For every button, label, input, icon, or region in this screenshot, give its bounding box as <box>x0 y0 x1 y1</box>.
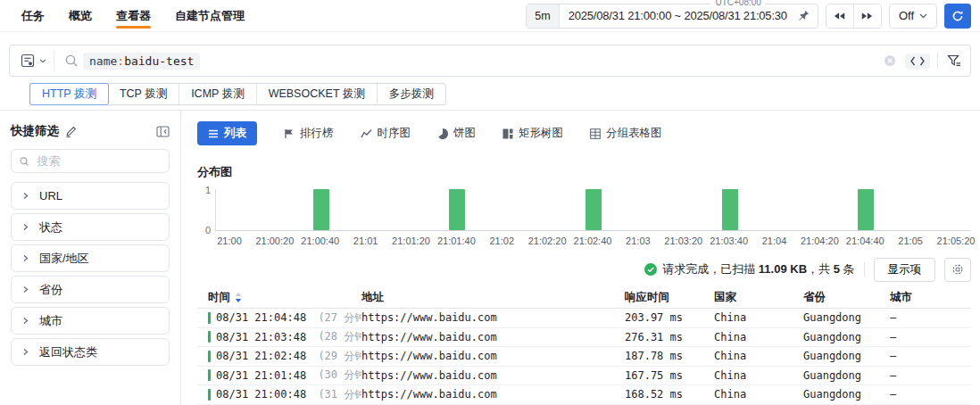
cell-province: Guangdong <box>803 311 890 324</box>
table-settings-button[interactable] <box>944 258 971 282</box>
search-bar[interactable]: name:baidu-test <box>9 45 971 77</box>
view-tab-时序图[interactable]: 时序图 <box>361 126 411 141</box>
facet-国家/地区[interactable]: 国家/地区 <box>11 244 170 272</box>
clear-query-button[interactable] <box>882 53 898 69</box>
view-tab-分组表格图[interactable]: 分组表格图 <box>590 126 662 141</box>
cell-time: 08/31 21:01:48 (30 分钟前) <box>197 368 361 383</box>
facet-label: URL <box>39 189 62 202</box>
probe-tab-TCP 拨测[interactable]: TCP 拨测 <box>108 84 179 104</box>
display-items-button[interactable]: 显示项 <box>874 258 936 282</box>
chart-bar[interactable] <box>449 189 465 230</box>
time-forward-button[interactable] <box>853 4 881 28</box>
x-tick: 21:02:20 <box>528 236 567 246</box>
cell-response-time: 168.52 ms <box>625 388 714 401</box>
ranking-icon <box>284 128 295 139</box>
column-header-地址[interactable]: 地址 <box>361 290 625 305</box>
query-token[interactable]: name:baidu-test <box>83 53 200 70</box>
time-step-badge[interactable]: 5m <box>527 4 559 28</box>
time-range-value[interactable]: 2025/08/31 21:00:00 ~ 2025/08/31 21:05:3… <box>560 9 796 22</box>
cell-country: China <box>714 311 803 324</box>
refresh-icon <box>951 10 964 22</box>
chart-bar[interactable] <box>858 189 874 230</box>
view-tab-排行榜[interactable]: 排行榜 <box>284 126 334 141</box>
x-tick: 21:03:40 <box>710 236 748 246</box>
chevron-right-icon <box>21 223 29 231</box>
list-icon <box>208 128 219 139</box>
status-indicator <box>208 312 211 324</box>
top-nav-item-自建节点管理[interactable]: 自建节点管理 <box>175 0 245 31</box>
sidebar-search[interactable] <box>11 149 170 173</box>
cell-country: China <box>714 350 803 362</box>
collapse-panel-icon[interactable] <box>156 126 170 137</box>
table-row[interactable]: 08/31 21:01:48 (30 分钟前)https://www.baidu… <box>197 367 971 386</box>
time-ago: (29 分钟前) <box>311 349 361 364</box>
table-row[interactable]: 08/31 21:02:48 (29 分钟前)https://www.baidu… <box>197 347 971 367</box>
probe-tab-HTTP 拨测[interactable]: HTTP 拨测 <box>29 83 109 105</box>
cell-time: 08/31 21:03:48 (28 分钟前) <box>197 329 361 344</box>
column-header-时间[interactable]: 时间 <box>197 290 361 305</box>
code-icon <box>910 56 925 66</box>
top-nav-item-查看器[interactable]: 查看器 <box>116 0 151 31</box>
facet-label: 返回状态类 <box>39 344 97 360</box>
facet-状态[interactable]: 状态 <box>11 213 170 241</box>
auto-refresh-dropdown[interactable]: Off <box>889 4 937 29</box>
column-header-国家[interactable]: 国家 <box>714 290 803 305</box>
chevron-down-icon <box>39 59 46 63</box>
column-header-响应时间[interactable]: 响应时间 <box>625 290 714 305</box>
column-header-城市[interactable]: 城市 <box>890 290 971 305</box>
timezone-label: UTC+08:00 <box>710 0 765 7</box>
chart-bar[interactable] <box>586 189 602 230</box>
facet-URL[interactable]: URL <box>11 182 170 210</box>
auto-refresh-value: Off <box>899 9 914 22</box>
cell-url: https://www.baidu.com <box>361 311 625 324</box>
cell-response-time: 167.75 ms <box>625 369 714 382</box>
chart-bar[interactable] <box>722 189 738 230</box>
table-row[interactable]: 08/31 21:00:48 (31 分钟前)https://www.baidu… <box>197 385 971 405</box>
sidebar-title: 快捷筛选 <box>11 123 59 139</box>
cell-province: Guangdong <box>803 369 890 382</box>
pin-icon[interactable] <box>796 10 818 21</box>
scan-status: 请求完成，已扫描 11.09 KB，共 5 条 <box>644 261 854 277</box>
query-source-selector[interactable] <box>17 51 54 70</box>
cell-province: Guangdong <box>803 350 890 362</box>
probe-tab-ICMP 拨测[interactable]: ICMP 拨测 <box>179 84 257 104</box>
facet-返回状态类[interactable]: 返回状态类 <box>11 338 170 366</box>
time-range-control[interactable]: UTC+08:00 5m 2025/08/31 21:00:00 ~ 2025/… <box>526 4 818 29</box>
sort-icon[interactable] <box>235 293 242 302</box>
x-tick: 21:00:20 <box>255 236 294 246</box>
main-panel: 列表排行榜时序图饼图矩形树图分组表格图 分布图 10 21:0021:00:20… <box>181 111 980 405</box>
top-nav-item-任务[interactable]: 任务 <box>21 0 45 31</box>
view-tab-label: 排行榜 <box>300 126 334 141</box>
x-tick: 21:01:40 <box>437 236 476 246</box>
cell-url: https://www.baidu.com <box>361 388 625 401</box>
x-tick: 21:00 <box>217 236 242 246</box>
facet-城市[interactable]: 城市 <box>11 307 170 335</box>
table-body: 08/31 21:04:48 (27 分钟前)https://www.baidu… <box>197 309 971 405</box>
table-row[interactable]: 08/31 21:03:48 (28 分钟前)https://www.baidu… <box>197 328 971 348</box>
x-tick: 21:03 <box>626 236 651 246</box>
time-controls: UTC+08:00 5m 2025/08/31 21:00:00 ~ 2025/… <box>526 4 971 29</box>
facet-省份[interactable]: 省份 <box>11 276 170 303</box>
code-mode-toggle[interactable] <box>905 54 930 69</box>
filter-edit-button[interactable] <box>945 53 963 70</box>
x-tick: 21:04:40 <box>846 236 884 246</box>
column-header-省份[interactable]: 省份 <box>803 290 890 305</box>
gear-icon <box>951 263 964 276</box>
time-back-button[interactable] <box>826 4 853 28</box>
edit-icon[interactable] <box>65 126 77 137</box>
sidebar-search-input[interactable] <box>35 153 161 169</box>
cell-url: https://www.baidu.com <box>361 369 625 382</box>
table-row[interactable]: 08/31 21:04:48 (27 分钟前)https://www.baidu… <box>197 309 971 328</box>
top-nav-item-概览[interactable]: 概览 <box>69 0 92 31</box>
probe-tab-WEBSOCKET 拨测[interactable]: WEBSOCKET 拨测 <box>257 84 378 104</box>
chart-bar[interactable] <box>313 189 329 230</box>
probe-tab-多步拨测[interactable]: 多步拨测 <box>378 84 445 104</box>
chevron-right-icon <box>21 317 29 325</box>
refresh-button[interactable] <box>944 4 971 29</box>
x-tick: 21:00:40 <box>301 236 339 246</box>
view-tab-列表[interactable]: 列表 <box>197 121 257 145</box>
view-tab-矩形树图[interactable]: 矩形树图 <box>502 126 563 141</box>
time-ago: (28 分钟前) <box>311 329 361 344</box>
view-tab-饼图[interactable]: 饼图 <box>437 126 476 141</box>
cell-city: – <box>890 388 971 401</box>
